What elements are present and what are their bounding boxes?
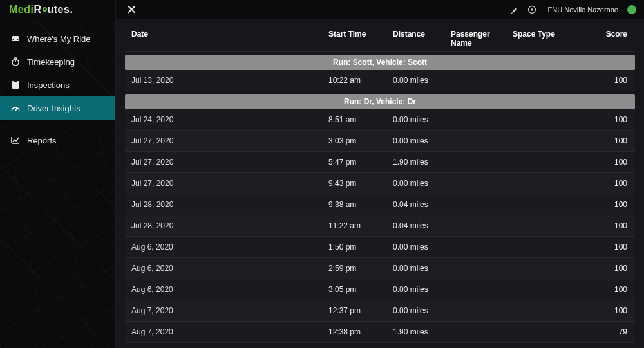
cell-date: Aug 6, 2020 <box>129 285 328 294</box>
cell-passenger <box>451 136 513 145</box>
table-row[interactable]: Jul 28, 202011:22 am0.04 miles100 <box>125 215 635 237</box>
cell-start: 12:38 pm <box>328 327 393 336</box>
table-row[interactable]: Aug 7, 202012:38 pm1.90 miles79 <box>125 322 635 343</box>
cell-score: 79 <box>571 327 631 336</box>
cell-space <box>513 306 571 315</box>
table-row[interactable]: Aug 6, 20202:59 pm0.00 miles100 <box>125 258 635 279</box>
cell-score: 100 <box>571 115 631 124</box>
sidebar-item-inspections[interactable]: Inspections <box>0 73 115 96</box>
logo-part1: Medi <box>9 4 33 15</box>
table-row[interactable]: Jul 27, 20209:43 pm0.00 miles100 <box>125 173 635 194</box>
chart-icon <box>10 136 21 144</box>
cell-start: 9:38 am <box>328 200 393 209</box>
col-header-distance[interactable]: Distance <box>393 30 451 48</box>
cell-start: 9:43 pm <box>328 179 393 188</box>
cell-start: 11:22 am <box>328 221 393 230</box>
sidebar-item-wheres-my-ride[interactable]: Where's My Ride <box>0 27 115 50</box>
cell-space <box>513 158 571 167</box>
cell-distance: 0.04 miles <box>393 221 451 230</box>
sidebar-item-driver-insights[interactable]: Driver Insights <box>0 96 115 120</box>
cell-date: Jul 27, 2020 <box>129 179 328 188</box>
sidebar-item-label: Driver Insights <box>27 104 80 113</box>
cell-score: 100 <box>571 306 631 315</box>
sidebar-item-label: Where's My Ride <box>27 34 91 44</box>
user-name[interactable]: FNU Neville Nazerane <box>548 6 618 14</box>
cell-score: 100 <box>571 76 631 85</box>
cell-date: Jul 27, 2020 <box>129 136 328 145</box>
sidebar-item-timekeeping[interactable]: Timekeeping <box>0 50 115 73</box>
cell-passenger <box>451 200 513 209</box>
cell-score: 100 <box>571 264 631 273</box>
cell-distance: 0.00 miles <box>393 115 451 124</box>
cell-distance: 0.00 miles <box>393 306 451 315</box>
col-header-score[interactable]: Score <box>571 30 631 48</box>
svg-rect-2 <box>14 80 17 82</box>
brush-icon[interactable] <box>508 4 520 15</box>
sidebar-item-label: Reports <box>27 136 57 145</box>
settings-icon[interactable] <box>526 4 538 15</box>
cell-distance: 0.00 miles <box>393 76 451 85</box>
main-area: ✕ FNU Neville Nazerane Date Start Time D… <box>116 0 644 348</box>
gauge-icon <box>10 104 21 112</box>
close-icon[interactable]: ✕ <box>124 3 139 16</box>
table-row[interactable]: Jul 24, 20208:51 am0.00 miles100 <box>125 109 635 131</box>
col-header-space[interactable]: Space Type <box>513 30 571 48</box>
col-header-date[interactable]: Date <box>129 30 328 48</box>
cell-date: Aug 6, 2020 <box>129 243 328 252</box>
cell-space <box>513 264 571 273</box>
cell-start: 1:50 pm <box>328 243 393 252</box>
table-row[interactable]: Jul 27, 20205:47 pm1.90 miles100 <box>125 152 635 173</box>
col-header-passenger[interactable]: Passenger Name <box>451 30 513 48</box>
cell-passenger <box>451 221 513 230</box>
table-row[interactable]: Jul 27, 20203:03 pm0.00 miles100 <box>125 131 635 152</box>
table-header-row: Date Start Time Distance Passenger Name … <box>125 26 635 52</box>
cell-start: 10:22 am <box>328 76 393 85</box>
cell-passenger <box>451 158 513 167</box>
cell-passenger <box>451 243 513 252</box>
table-row[interactable]: Aug 7, 202012:37 pm0.00 miles100 <box>125 300 635 322</box>
cell-score: 100 <box>571 285 631 294</box>
car-icon <box>10 35 21 42</box>
table-row[interactable]: Jul 13, 202010:22 am0.00 miles100 <box>125 70 635 91</box>
logo-part2: R <box>33 4 41 15</box>
cell-start: 8:51 am <box>328 115 393 124</box>
stopwatch-icon <box>10 57 21 66</box>
cell-distance: 0.00 miles <box>393 243 451 252</box>
table-row[interactable]: Jul 28, 20209:38 am0.04 miles100 <box>125 194 635 215</box>
sidebar-item-reports[interactable]: Reports <box>0 129 115 152</box>
cell-date: Jul 28, 2020 <box>129 200 328 209</box>
cell-space <box>513 136 571 145</box>
topbar: ✕ FNU Neville Nazerane <box>116 0 644 19</box>
cell-score: 100 <box>571 200 631 209</box>
table-row[interactable]: Aug 6, 20203:05 pm0.00 miles100 <box>125 279 635 300</box>
driver-insights-table: Date Start Time Distance Passenger Name … <box>116 19 644 348</box>
cell-distance: 1.90 miles <box>393 158 451 167</box>
cell-passenger <box>451 306 513 315</box>
logo-o-icon <box>43 7 47 12</box>
app-logo: MediRutes. <box>0 0 115 19</box>
cell-date: Jul 13, 2020 <box>129 76 328 85</box>
cell-date: Jul 24, 2020 <box>129 115 328 124</box>
cell-space <box>513 200 571 209</box>
cell-distance: 0.00 miles <box>393 136 451 145</box>
cell-space <box>513 179 571 188</box>
cell-passenger <box>451 76 513 85</box>
table-body: Run: Scott, Vehicle: ScottJul 13, 202010… <box>125 55 635 343</box>
table-group-header[interactable]: Run: Dr, Vehicle: Dr <box>125 94 635 109</box>
cell-start: 3:03 pm <box>328 136 393 145</box>
table-group-header[interactable]: Run: Scott, Vehicle: Scott <box>125 55 635 70</box>
cell-start: 5:47 pm <box>328 158 393 167</box>
cell-start: 12:37 pm <box>328 306 393 315</box>
cell-date: Jul 28, 2020 <box>129 221 328 230</box>
user-avatar[interactable] <box>627 5 636 14</box>
nav-divider <box>0 120 115 129</box>
cell-passenger <box>451 264 513 273</box>
cell-date: Aug 7, 2020 <box>129 306 328 315</box>
table-row[interactable]: Aug 6, 20201:50 pm0.00 miles100 <box>125 237 635 258</box>
col-header-start[interactable]: Start Time <box>328 30 393 48</box>
cell-date: Aug 6, 2020 <box>129 264 328 273</box>
primary-nav: Where's My Ride Timekeeping Inspections … <box>0 27 115 152</box>
cell-date: Jul 27, 2020 <box>129 158 328 167</box>
cell-space <box>513 243 571 252</box>
cell-score: 100 <box>571 221 631 230</box>
